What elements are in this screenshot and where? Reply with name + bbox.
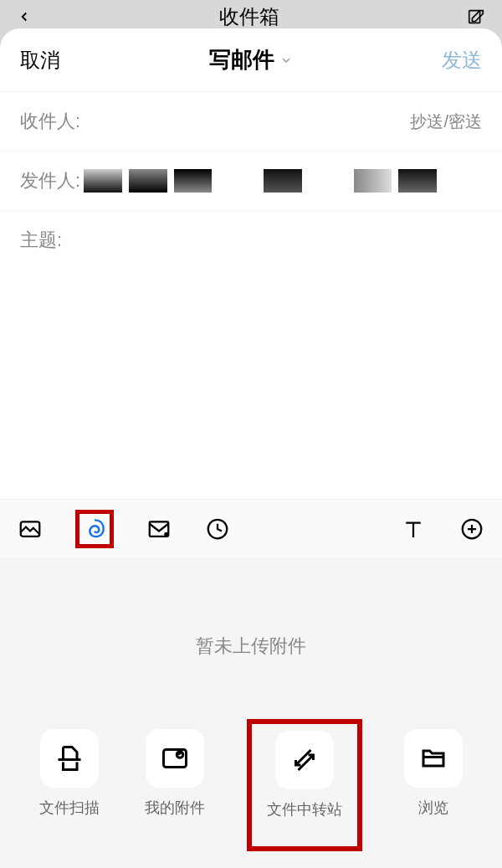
clock-icon[interactable] — [204, 516, 231, 542]
file-transfer-icon — [275, 731, 334, 789]
recipient-row[interactable]: 收件人: 抄送/密送 — [0, 92, 502, 152]
browse-label: 浏览 — [418, 798, 448, 818]
send-button[interactable]: 发送 — [442, 47, 482, 74]
email-body[interactable] — [0, 270, 502, 499]
my-attachments-button[interactable]: 我的附件 — [141, 726, 208, 821]
sender-row[interactable]: 发件人: — [0, 152, 502, 211]
sender-value — [84, 169, 482, 193]
plus-icon[interactable] — [458, 516, 485, 542]
compose-icon[interactable] — [467, 8, 485, 26]
chevron-down-icon — [279, 54, 293, 67]
transfer-station-highlight: 文件中转站 — [247, 719, 362, 851]
file-scan-button[interactable]: 文件扫描 — [36, 726, 103, 821]
file-transfer-label: 文件中转站 — [267, 799, 342, 819]
attachment-options: 文件扫描 我的附件 文件中转站 浏览 — [17, 726, 485, 851]
my-attachments-label: 我的附件 — [145, 798, 205, 818]
bg-title: 收件箱 — [219, 3, 279, 30]
file-transfer-button[interactable]: 文件中转站 — [267, 731, 342, 819]
subject-row[interactable]: 主题: — [0, 211, 502, 270]
svg-point-3 — [164, 532, 168, 537]
my-attachments-icon — [146, 729, 204, 788]
attachment-icon[interactable] — [81, 516, 108, 542]
attachment-highlight — [75, 510, 114, 548]
file-scan-icon — [40, 729, 99, 788]
image-icon[interactable] — [17, 516, 44, 542]
empty-attachment-text: 暂未上传附件 — [17, 583, 485, 726]
toolbar — [0, 499, 502, 558]
modal-header: 取消 写邮件 发送 — [0, 28, 502, 92]
text-format-icon[interactable] — [400, 516, 427, 542]
sender-label: 发件人: — [20, 168, 80, 193]
browse-icon — [404, 729, 463, 788]
cancel-button[interactable]: 取消 — [20, 47, 60, 74]
modal-title[interactable]: 写邮件 — [209, 45, 293, 74]
cc-bcc-button[interactable]: 抄送/密送 — [410, 110, 482, 133]
attachment-panel: 暂未上传附件 文件扫描 我的附件 文件中转站 — [0, 558, 502, 868]
modal-title-text: 写邮件 — [209, 45, 274, 74]
file-scan-label: 文件扫描 — [39, 798, 100, 818]
email-icon[interactable] — [146, 516, 172, 542]
recipient-label: 收件人: — [20, 109, 80, 134]
compose-modal: 取消 写邮件 发送 收件人: 抄送/密送 发件人: 主题: — [0, 28, 502, 868]
subject-label: 主题: — [20, 229, 62, 250]
browse-button[interactable]: 浏览 — [401, 726, 466, 821]
back-icon[interactable] — [17, 9, 32, 24]
